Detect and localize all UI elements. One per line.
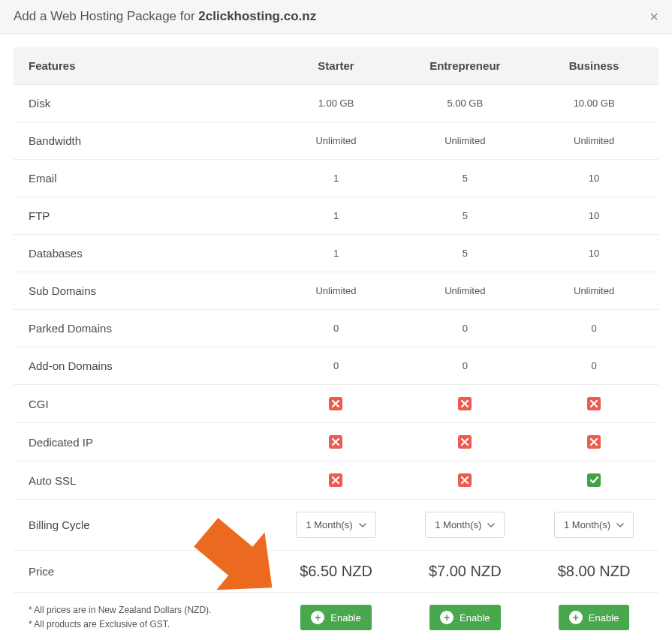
- row-label: Email: [14, 160, 272, 197]
- billing-cycle-select[interactable]: 1 Month(s): [554, 512, 634, 538]
- billing-cycle-select[interactable]: 1 Month(s): [425, 512, 505, 538]
- row-value: 5.00 GB: [400, 85, 529, 122]
- table-row: FTP1510: [14, 197, 658, 235]
- row-value: 1.00 GB: [272, 85, 401, 122]
- modal-body: Features Starter Entrepreneur Business D…: [0, 34, 672, 640]
- row-value: [400, 385, 529, 423]
- row-label: Sub Domains: [14, 272, 272, 310]
- x-icon: [458, 473, 472, 487]
- plus-circle-icon: +: [311, 611, 324, 624]
- col-header-features: Features: [14, 47, 272, 85]
- modal-title-prefix: Add a Web Hosting Package for: [14, 9, 198, 23]
- row-value: [529, 461, 658, 500]
- row-label: Dedicated IP: [14, 423, 272, 461]
- billing-cell: 1 Month(s): [272, 500, 401, 551]
- modal-title-domain: 2clickhosting.co.nz: [198, 9, 316, 23]
- row-value: [272, 461, 401, 500]
- footnote-gst: * All products are Exclusive of GST.: [29, 617, 264, 632]
- table-row: Auto SSL: [14, 461, 658, 500]
- plans-table: Features Starter Entrepreneur Business D…: [14, 47, 658, 640]
- check-icon: [587, 473, 601, 487]
- billing-cycle-value: 1 Month(s): [435, 519, 481, 530]
- enable-cell: + Enable: [272, 593, 401, 641]
- table-row: CGI: [14, 385, 658, 423]
- table-row: Add-on Domains000: [14, 347, 658, 385]
- enable-button-label: Enable: [589, 612, 619, 623]
- footnote-currency: * All prices are in New Zealand Dollars …: [29, 603, 264, 617]
- table-row: Email1510: [14, 160, 658, 197]
- col-header-plan-starter: Starter: [272, 47, 401, 85]
- row-label: FTP: [14, 197, 272, 235]
- row-value: 0: [400, 310, 529, 347]
- row-value: Unlimited: [529, 122, 658, 160]
- modal-title: Add a Web Hosting Package for 2clickhost…: [14, 9, 316, 24]
- enable-button[interactable]: + Enable: [559, 605, 629, 630]
- row-value: 1: [272, 160, 401, 197]
- table-row: Parked Domains000: [14, 310, 658, 347]
- row-value: 10: [529, 197, 658, 235]
- price-value: $6.50 NZD: [300, 563, 372, 579]
- billing-cell: 1 Month(s): [400, 500, 529, 551]
- row-value: 0: [272, 347, 401, 385]
- col-header-plan-business: Business: [529, 47, 658, 85]
- row-label: Price: [14, 551, 272, 593]
- chevron-down-icon: [616, 521, 624, 529]
- row-label: CGI: [14, 385, 272, 423]
- plus-circle-icon: +: [569, 611, 583, 624]
- x-icon: [458, 435, 472, 449]
- row-value: 10.00 GB: [529, 85, 658, 122]
- enable-cell: + Enable: [529, 593, 658, 641]
- price-row: Price$6.50 NZD$7.00 NZD$8.00 NZD: [14, 551, 658, 593]
- row-value: 10: [529, 160, 658, 197]
- price-value: $7.00 NZD: [429, 563, 502, 579]
- x-icon: [587, 435, 601, 449]
- table-row: Databases1510: [14, 235, 658, 272]
- row-value: Unlimited: [272, 272, 401, 310]
- row-label: Parked Domains: [14, 310, 272, 347]
- enable-button-label: Enable: [330, 612, 360, 623]
- row-value: 0: [272, 310, 401, 347]
- row-label: Billing Cycle: [14, 500, 272, 551]
- billing-cycle-select[interactable]: 1 Month(s): [296, 512, 375, 538]
- price-value-cell: $6.50 NZD: [272, 551, 401, 593]
- row-value: [272, 385, 401, 423]
- row-value: Unlimited: [272, 122, 401, 160]
- enable-button-label: Enable: [460, 612, 490, 623]
- price-value-cell: $7.00 NZD: [400, 551, 529, 593]
- x-icon: [587, 397, 601, 410]
- row-value: 0: [400, 347, 529, 385]
- chevron-down-icon: [359, 521, 366, 529]
- row-value: 1: [272, 197, 401, 235]
- row-value: Unlimited: [400, 122, 529, 160]
- row-value: 1: [272, 235, 401, 272]
- table-row: Sub DomainsUnlimitedUnlimitedUnlimited: [14, 272, 658, 310]
- billing-cycle-value: 1 Month(s): [564, 519, 610, 530]
- footer-row: * All prices are in New Zealand Dollars …: [14, 593, 658, 641]
- row-value: Unlimited: [400, 272, 529, 310]
- billing-cycle-row: Billing Cycle 1 Month(s) 1 Month(s) 1 Mo…: [14, 500, 658, 551]
- billing-cell: 1 Month(s): [529, 500, 658, 551]
- row-value: Unlimited: [529, 272, 658, 310]
- row-label: Add-on Domains: [14, 347, 272, 385]
- row-value: [529, 385, 658, 423]
- price-value-cell: $8.00 NZD: [529, 551, 658, 593]
- row-value: [400, 423, 529, 461]
- table-row: Disk1.00 GB5.00 GB10.00 GB: [14, 85, 658, 122]
- row-label: Bandwidth: [14, 122, 272, 160]
- enable-button[interactable]: + Enable: [300, 605, 371, 630]
- row-label: Disk: [14, 85, 272, 122]
- close-icon[interactable]: ×: [649, 9, 658, 24]
- row-value: 5: [400, 235, 529, 272]
- table-header-row: Features Starter Entrepreneur Business: [14, 47, 658, 85]
- table-row: BandwidthUnlimitedUnlimitedUnlimited: [14, 122, 658, 160]
- modal-header: Add a Web Hosting Package for 2clickhost…: [0, 0, 672, 34]
- plus-circle-icon: +: [440, 611, 454, 624]
- row-value: 5: [400, 197, 529, 235]
- row-value: [529, 423, 658, 461]
- row-label: Auto SSL: [14, 461, 272, 500]
- x-icon: [329, 435, 342, 449]
- col-header-plan-entrepreneur: Entrepreneur: [400, 47, 529, 85]
- row-value: 10: [529, 235, 658, 272]
- billing-cycle-value: 1 Month(s): [306, 519, 352, 530]
- enable-button[interactable]: + Enable: [429, 605, 500, 630]
